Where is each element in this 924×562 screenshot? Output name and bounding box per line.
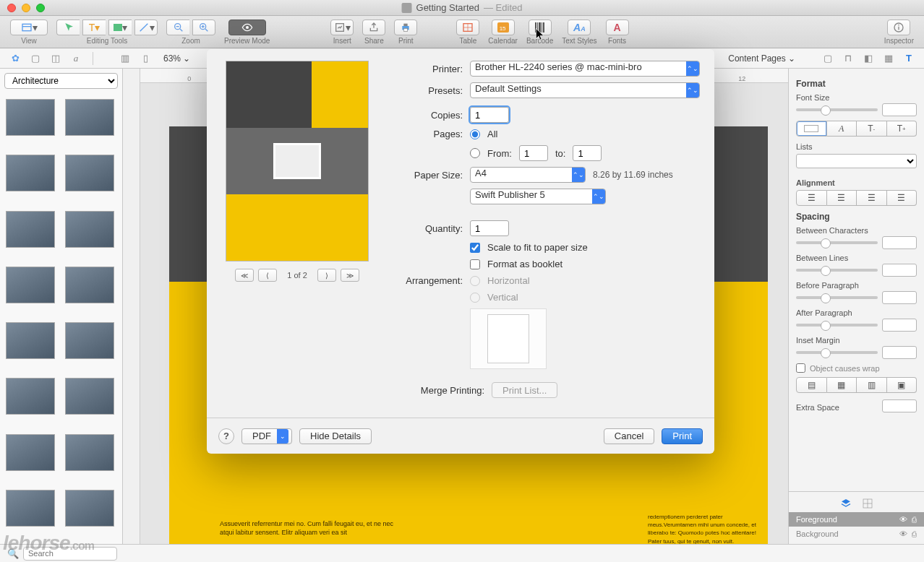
- after-para-slider[interactable]: [796, 324, 878, 327]
- wrap-none-button[interactable]: ▣: [887, 377, 917, 393]
- printer-select[interactable]: Brother HL-2240 series @ mac-mini-bro⌃⌄: [470, 61, 700, 77]
- next-page-button[interactable]: ⟩: [317, 269, 336, 282]
- copies-input[interactable]: [470, 107, 509, 123]
- clipart-thumb[interactable]: [65, 322, 114, 359]
- print-list-button[interactable]: Print List...: [492, 382, 557, 398]
- single-page-icon[interactable]: ▯: [139, 52, 152, 65]
- doc-tab-icon[interactable]: ▢: [821, 52, 834, 65]
- char-spacing-slider[interactable]: [796, 241, 878, 244]
- first-page-button[interactable]: ≪: [235, 269, 254, 282]
- zoom-out-button[interactable]: [166, 20, 189, 35]
- fonts-button[interactable]: A: [606, 20, 629, 35]
- layer-foreground[interactable]: Foreground👁⎙: [789, 512, 924, 527]
- clipart-thumb[interactable]: [65, 155, 114, 191]
- fill-tab-icon[interactable]: ▦: [882, 52, 895, 65]
- share-button[interactable]: [362, 20, 385, 35]
- clipart-thumb[interactable]: [6, 267, 55, 303]
- ruler-tab-icon[interactable]: ⊓: [842, 52, 855, 65]
- inset-margin-slider[interactable]: [796, 351, 878, 354]
- inset-margin-input[interactable]: [882, 346, 917, 359]
- search-input[interactable]: [23, 547, 117, 561]
- font-size-slider[interactable]: [796, 108, 878, 111]
- align-center-button[interactable]: ☰: [827, 190, 857, 206]
- prev-page-button[interactable]: ⟨: [258, 269, 277, 282]
- clipart-thumb[interactable]: [6, 99, 55, 136]
- zoom-indicator[interactable]: 63% ⌄: [163, 53, 190, 64]
- presets-select[interactable]: Default Settings⌃⌄: [470, 82, 700, 98]
- text-styles-button[interactable]: AA: [568, 20, 591, 35]
- pages-to-input[interactable]: [573, 145, 602, 161]
- font-size-input[interactable]: [882, 103, 917, 116]
- line-spacing-slider[interactable]: [796, 269, 878, 272]
- lists-select[interactable]: [796, 154, 917, 168]
- pages-panel-icon[interactable]: ▥: [119, 52, 132, 65]
- text2-icon[interactable]: a: [69, 52, 82, 65]
- paper-size-select[interactable]: A4⌃⌄: [470, 167, 586, 183]
- align-right-button[interactable]: ☰: [857, 190, 887, 206]
- line-spacing-input[interactable]: [882, 264, 917, 277]
- arrow-tool-button[interactable]: [56, 20, 80, 35]
- italic-button[interactable]: A: [827, 121, 857, 137]
- clipart-thumb[interactable]: [6, 434, 55, 471]
- booklet-checkbox[interactable]: [470, 259, 480, 269]
- appearance-tab-icon[interactable]: ◧: [862, 52, 875, 65]
- clipart-thumb[interactable]: [6, 322, 55, 359]
- clipart-thumb[interactable]: [65, 99, 114, 136]
- help-button[interactable]: ?: [218, 428, 234, 444]
- print-button[interactable]: [394, 20, 417, 35]
- zoom-window-button[interactable]: [36, 4, 45, 12]
- flower-icon[interactable]: ✿: [9, 52, 22, 65]
- text-tool-button[interactable]: T▾: [82, 20, 106, 35]
- after-para-input[interactable]: [882, 319, 917, 332]
- object-wrap-checkbox[interactable]: [796, 363, 805, 373]
- pages-from-input[interactable]: [519, 145, 548, 161]
- shape2-icon[interactable]: ◫: [49, 52, 62, 65]
- quantity-input[interactable]: [470, 220, 509, 236]
- extra-space-input[interactable]: [882, 399, 917, 412]
- pages-all-radio[interactable]: [470, 129, 480, 139]
- clipart-thumb[interactable]: [6, 378, 55, 415]
- text-tab-icon[interactable]: T: [902, 52, 915, 65]
- pdf-dropdown-button[interactable]: PDF⌄: [241, 428, 292, 444]
- last-page-button[interactable]: ≫: [341, 269, 359, 282]
- clipart-thumb[interactable]: [65, 211, 114, 248]
- clipart-thumb[interactable]: [65, 434, 114, 471]
- clipart-thumb[interactable]: [6, 155, 55, 191]
- align-justify-button[interactable]: ☰: [887, 190, 917, 206]
- minimize-window-button[interactable]: [22, 4, 30, 12]
- grid-tab-icon[interactable]: [861, 498, 874, 509]
- before-para-slider[interactable]: [796, 296, 878, 299]
- table-button[interactable]: [456, 20, 479, 35]
- clipart-thumb[interactable]: [6, 211, 55, 248]
- print-layer-icon[interactable]: ⎙: [912, 515, 917, 524]
- clipart-thumb[interactable]: [65, 490, 114, 527]
- scale-checkbox[interactable]: [470, 243, 480, 253]
- print-layer-icon[interactable]: ⎙: [912, 529, 917, 538]
- preview-mode-button[interactable]: [228, 20, 266, 35]
- visibility-icon[interactable]: 👁: [899, 515, 907, 524]
- align-left-button[interactable]: ☰: [796, 190, 827, 206]
- close-window-button[interactable]: [7, 4, 16, 12]
- hide-details-button[interactable]: Hide Details: [299, 428, 372, 444]
- pages-range-radio[interactable]: [470, 148, 480, 158]
- clipart-thumb[interactable]: [65, 267, 114, 303]
- inspector-button[interactable]: [887, 20, 910, 35]
- wrap-both-button[interactable]: ▦: [827, 377, 857, 393]
- calendar-button[interactable]: 15: [492, 20, 515, 35]
- before-para-input[interactable]: [882, 291, 917, 304]
- app-filter-select[interactable]: Swift Publisher 5⌃⌄: [470, 189, 606, 204]
- fill-color-button[interactable]: [796, 121, 827, 137]
- clipart-thumb[interactable]: [6, 490, 55, 527]
- zoom-in-button[interactable]: [192, 20, 215, 35]
- increase-font-button[interactable]: T+: [887, 121, 917, 137]
- layers-tab-icon[interactable]: [839, 498, 852, 509]
- line-tool-button[interactable]: ▾: [134, 20, 158, 35]
- print-confirm-button[interactable]: Print: [662, 428, 703, 444]
- wrap-right-button[interactable]: ▥: [857, 377, 887, 393]
- image-icon[interactable]: ▢: [29, 52, 42, 65]
- wrap-left-button[interactable]: ▤: [796, 377, 827, 393]
- insert-button[interactable]: ▾: [330, 20, 354, 35]
- view-button[interactable]: ▾: [10, 20, 48, 35]
- char-spacing-input[interactable]: [882, 236, 917, 249]
- content-pages-dropdown[interactable]: Content Pages ⌄: [728, 53, 798, 64]
